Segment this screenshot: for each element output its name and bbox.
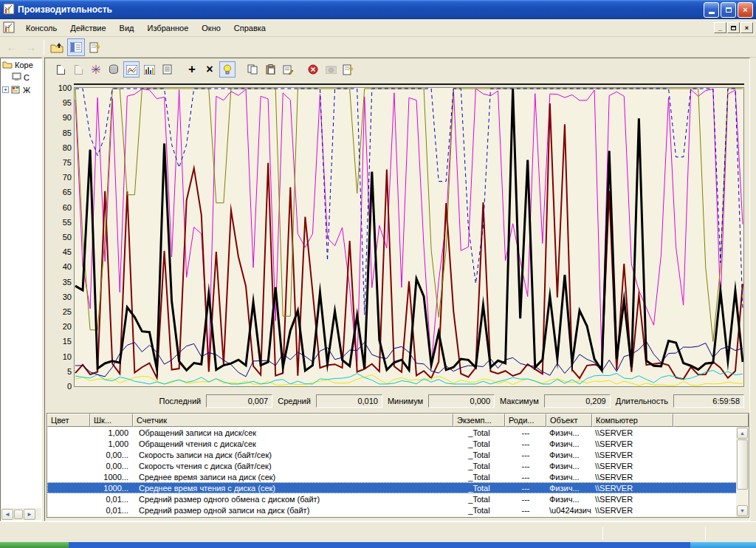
view-log-data-button[interactable]: [106, 61, 122, 78]
scroll-down-button[interactable]: ▼: [737, 505, 748, 516]
legend-row-6[interactable]: 0,01...Средний размер одного обмена с ди…: [47, 493, 737, 504]
menu-item-3[interactable]: Избранное: [141, 21, 196, 35]
clear-display-button[interactable]: [70, 61, 86, 78]
console-tree-panel: КореС+Ж ◄ ►: [0, 58, 42, 521]
object-cell: Физич...: [546, 495, 580, 504]
legend-column-2[interactable]: Счетчик: [133, 414, 453, 427]
taskbar: [0, 542, 756, 548]
mdi-restore-button[interactable]: [727, 22, 740, 33]
minimize-button[interactable]: [704, 2, 719, 18]
properties-button[interactable]: [280, 61, 296, 78]
y-tick-55: 55: [47, 218, 72, 227]
mdi-close-button[interactable]: ×: [740, 22, 753, 33]
legend-column-6[interactable]: Компьютер: [592, 414, 673, 427]
tree-item-2[interactable]: +Ж: [1, 83, 41, 96]
mdi-minimize-button[interactable]: _: [714, 22, 726, 33]
legend-row-0[interactable]: 1,000Обращений записи на диск/сек_Total-…: [47, 427, 737, 438]
tree-item-1[interactable]: С: [1, 71, 41, 83]
parent-cell: ---: [505, 506, 546, 515]
legend-row-4[interactable]: 1000...Среднее время записи на диск (сек…: [47, 471, 737, 482]
tree-horizontal-scrollbar[interactable]: ◄ ►: [1, 508, 41, 520]
instance-cell: _Total: [453, 484, 505, 493]
menu-item-2[interactable]: Вид: [113, 21, 141, 35]
window-title: Производительность: [18, 4, 112, 15]
restore-button[interactable]: [721, 2, 736, 18]
scroll-right-button[interactable]: ►: [24, 509, 35, 520]
add-counters-button[interactable]: +: [184, 61, 200, 78]
y-tick-65: 65: [47, 188, 72, 196]
histogram-icon: [144, 65, 155, 75]
parent-cell: ---: [505, 473, 546, 482]
legend-row-2[interactable]: 0,00...Скорость записи на диск (байт/сек…: [47, 449, 737, 460]
menu-item-4[interactable]: Окно: [195, 21, 227, 35]
maximum-label: Максимум: [500, 397, 539, 405]
title-bar: Производительность ×: [0, 0, 756, 19]
paste-counter-list-button[interactable]: [262, 61, 278, 78]
view-report-button[interactable]: [159, 61, 175, 78]
freeze-display-button[interactable]: [305, 61, 321, 78]
status-separator: [602, 527, 603, 540]
camera-icon: [326, 65, 337, 74]
copy-properties-button[interactable]: [244, 61, 261, 78]
legend-column-0[interactable]: Цвет: [47, 414, 90, 427]
legend-column-4[interactable]: Роди...: [505, 414, 546, 427]
parent-cell: ---: [505, 495, 546, 504]
graph-icon: [126, 65, 137, 75]
delete-counter-button[interactable]: ×: [202, 61, 218, 78]
menu-bar: КонсольДействиеВидИзбранноеОкноСправка _…: [0, 19, 756, 37]
highlight-button[interactable]: [219, 61, 236, 78]
view-histogram-button[interactable]: [141, 61, 157, 78]
y-tick-0: 0: [47, 382, 72, 391]
legend-column-3[interactable]: Экземп...: [453, 414, 505, 427]
legend-row-3[interactable]: 0,00...Скорость чтения с диска (байт/сек…: [47, 460, 737, 471]
close-button[interactable]: ×: [738, 2, 753, 18]
y-tick-5: 5: [47, 367, 72, 376]
computer-cell: \\SERVER: [592, 484, 633, 493]
legend-column-5[interactable]: Объект: [546, 414, 592, 427]
parent-cell: ---: [505, 484, 546, 493]
expand-icon[interactable]: +: [2, 86, 9, 93]
back-icon: ←: [7, 41, 18, 53]
minimum-value: 0,000: [428, 394, 495, 408]
y-tick-30: 30: [47, 292, 72, 301]
properties-icon: [283, 64, 293, 75]
new-counter-set-button[interactable]: [52, 61, 69, 78]
svg-text:?: ?: [348, 66, 354, 75]
legend-column-1[interactable]: Шк...: [90, 414, 133, 427]
instance-cell: _Total: [453, 439, 505, 448]
scroll-thumb[interactable]: [737, 439, 748, 490]
legend-header: ЦветШк...СчетчикЭкземп...Роди...ОбъектКо…: [47, 414, 749, 427]
scroll-left-button[interactable]: ◄: [1, 509, 13, 520]
forward-button[interactable]: →: [22, 38, 40, 56]
counter-cell: Скорость записи на диск (байт/сек): [133, 451, 272, 459]
view-graph-button[interactable]: [123, 61, 140, 78]
parent-cell: ---: [505, 439, 546, 448]
object-cell: \u0424изич...: [546, 506, 592, 515]
show-hide-tree-button[interactable]: [67, 38, 85, 56]
legend-row-5[interactable]: 1000...Среднее время чтения с диска (сек…: [47, 482, 737, 493]
scroll-thumb[interactable]: [14, 510, 23, 519]
back-button[interactable]: ←: [3, 38, 21, 56]
legend-row-7[interactable]: 0,01...Средний размер одной записи на ди…: [47, 504, 737, 516]
tree-item-0[interactable]: Коре: [1, 58, 41, 71]
scroll-up-button[interactable]: ▲: [737, 428, 748, 439]
up-one-level-button[interactable]: [48, 38, 66, 56]
update-data-button[interactable]: [323, 61, 339, 78]
y-tick-45: 45: [47, 247, 72, 256]
scale-cell: 1000...: [90, 473, 133, 482]
lightbulb-icon: [223, 64, 232, 75]
menu-item-5[interactable]: Справка: [227, 21, 272, 35]
start-button[interactable]: [0, 542, 69, 548]
object-cell: Физич...: [546, 484, 580, 493]
counter-cell: Обращений чтения с диска/сек: [133, 439, 256, 448]
legend-vertical-scrollbar[interactable]: ▲ ▼: [736, 427, 749, 517]
menu-item-1[interactable]: Действие: [63, 21, 112, 35]
menu-item-0[interactable]: Консоль: [19, 21, 63, 35]
context-help-button[interactable]: ?: [86, 38, 104, 56]
help-button[interactable]: ?: [340, 61, 357, 78]
legend-row-1[interactable]: 1,000Обращений чтения с диска/сек_Total-…: [47, 438, 737, 449]
parent-cell: ---: [505, 462, 546, 470]
status-bar: [0, 521, 756, 542]
y-tick-50: 50: [47, 233, 72, 242]
view-current-activity-button[interactable]: [88, 61, 104, 78]
